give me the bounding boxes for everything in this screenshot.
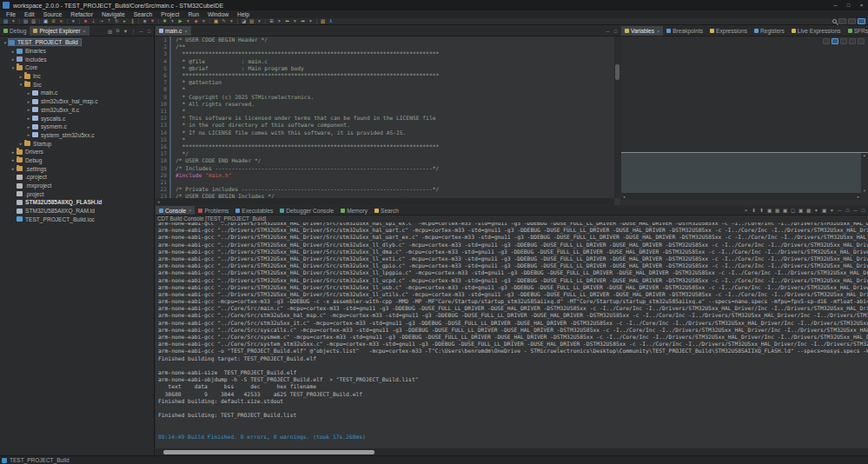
detail-pane-vertical-scrollbar[interactable]: ▴ ▾ [861, 153, 868, 193]
menu-project[interactable]: Project [156, 11, 183, 17]
back-dropdown-icon[interactable]: ▾ [291, 18, 299, 24]
menu-run[interactable]: Run [183, 11, 202, 17]
scroll-left-icon[interactable]: ◂ [623, 195, 625, 199]
menu-source[interactable]: Source [39, 11, 67, 17]
step-over-icon[interactable]: ⇢ [97, 18, 105, 24]
tree-item-test-project-build[interactable]: ▾TEST_PROJECT_Build [0, 38, 154, 47]
collapse-arrow-icon[interactable]: ▾ [10, 65, 17, 70]
minimize-view-icon[interactable]: ─ [605, 29, 611, 34]
expand-arrow-icon[interactable]: ▸ [25, 132, 32, 137]
expand-arrow-icon[interactable]: ▸ [25, 124, 32, 129]
back-icon[interactable]: ⬅ [283, 18, 291, 24]
info-icon[interactable]: ℹ [327, 18, 335, 24]
device-config-icon[interactable]: ▣ [212, 18, 220, 24]
new-wizard-icon[interactable]: ▤ [248, 18, 255, 24]
step-into-icon[interactable]: ⇣ [89, 18, 97, 24]
console-tool-icon[interactable]: ─ [837, 208, 843, 213]
explorer-tool-icon[interactable]: ▤ [107, 29, 113, 34]
console-tool-icon[interactable]: ▣ [782, 208, 788, 213]
tree-item-drivers[interactable]: ▸Drivers [0, 148, 154, 156]
save-dropdown-icon[interactable]: ▾ [10, 18, 17, 24]
console-tool-icon[interactable]: ▢ [790, 208, 796, 213]
console-tab-memory[interactable]: Memory [337, 206, 371, 215]
collapse-arrow-icon[interactable]: ▾ [2, 40, 9, 45]
debug-tab-variables[interactable]: Variables× [621, 26, 663, 36]
expand-arrow-icon[interactable]: ▸ [17, 74, 24, 79]
annotations-icon[interactable]: ⊞ [268, 18, 275, 24]
expand-arrow-icon[interactable]: ▸ [10, 157, 17, 162]
editor-horizontal-scrollbar[interactable]: ◂ [156, 198, 614, 205]
tree-item-project[interactable]: .project [0, 189, 154, 198]
tree-item-startup[interactable]: ▸Startup [0, 139, 154, 148]
variables-detail-pane[interactable] [621, 153, 861, 193]
menu-help[interactable]: Help [233, 11, 254, 17]
explorer-tab-debug[interactable]: Debug [0, 26, 30, 36]
tree-item-stm32u5xx-it-c[interactable]: ▸stm32u5xx_it.c [0, 106, 154, 115]
close-tab-icon[interactable]: × [657, 29, 659, 34]
explorer-tool-icon[interactable]: ▼ [123, 29, 129, 34]
tree-item-settings[interactable]: ▸.settings [0, 164, 154, 173]
save-all-icon[interactable]: ▤ [22, 18, 30, 24]
scroll-right-icon[interactable]: ▸ [858, 195, 859, 199]
tree-item-debug[interactable]: ▸Debug [0, 156, 154, 165]
console-tool-icon[interactable]: □ [860, 208, 866, 213]
maximize-view-icon[interactable]: □ [613, 29, 619, 34]
show-type-names-icon[interactable] [823, 38, 830, 44]
scroll-up-icon[interactable]: ▴ [864, 153, 865, 157]
maximize-button[interactable]: □ [842, 0, 855, 10]
nav-dropdown-icon[interactable]: ▾ [275, 18, 283, 24]
terminate-icon[interactable]: ■ [82, 18, 89, 24]
tab-main-c[interactable]: main.c × [156, 26, 191, 36]
minimize-button[interactable]: ─ [829, 0, 842, 10]
collapse-all-icon[interactable] [840, 38, 847, 44]
toggle-breakpoint-icon[interactable]: ● [70, 18, 77, 24]
debug-tab-breakpoints[interactable]: Breakpoints [663, 26, 706, 36]
console-tool-icon[interactable]: × [743, 208, 749, 213]
forward-icon[interactable]: ➡ [299, 18, 307, 24]
tree-item-inc[interactable]: ▸Inc [0, 72, 154, 81]
expand-arrow-icon[interactable]: ▸ [25, 90, 32, 96]
console-tool-icon[interactable]: ⬆ [759, 208, 765, 213]
tree-item-stm32u5xx-hal-msp-c[interactable]: ▸stm32u5xx_hal_msp.c [0, 97, 154, 106]
console-tool-icon[interactable]: ▾ [813, 208, 819, 213]
code-area[interactable]: 1234567891011121314151617181920212223 /*… [156, 36, 614, 198]
tree-item-cproject[interactable]: .cproject [0, 173, 154, 182]
tree-item-syscalls-c[interactable]: ▸syscalls.c [0, 114, 154, 123]
resume-icon[interactable]: ▸ [121, 18, 129, 24]
step-return-icon[interactable]: ⇡ [105, 18, 113, 24]
tree-item-sysmem-c[interactable]: ▸sysmem.c [0, 123, 154, 131]
explorer-tool-icon[interactable]: ⋮ [130, 29, 136, 34]
debug-tab-sfrs[interactable]: SFRs [845, 26, 868, 36]
menu-window[interactable]: Window [203, 11, 233, 17]
wizard-dropdown-icon[interactable]: ▾ [255, 18, 263, 24]
scroll-down-icon[interactable]: ▾ [864, 189, 865, 193]
tree-item-stm32u585aiixq-flash-ld[interactable]: STM32U585AIIXQ_FLASH.ld [0, 198, 154, 207]
console-tab-debugger-console[interactable]: Debugger Console [276, 206, 337, 215]
skip-all-breakpoints-icon[interactable]: ⊘ [50, 18, 57, 24]
console-tab-search[interactable]: Search [371, 206, 402, 215]
coverage-icon[interactable]: ▼ [149, 18, 156, 24]
console-tab-console[interactable]: Console× [156, 206, 195, 215]
forward-dropdown-icon[interactable]: ▾ [307, 18, 315, 24]
close-tab-icon[interactable]: × [184, 29, 187, 34]
profile-icon[interactable]: ◈ [141, 18, 149, 24]
explorer-tab-project-explorer[interactable]: Project Explorer× [30, 26, 89, 36]
console-tool-icon[interactable]: ▣ [766, 208, 772, 213]
debug-tab-live-expressions[interactable]: Live Expressions [788, 26, 845, 36]
console-scroll-thumb[interactable] [163, 450, 374, 454]
close-button[interactable]: × [855, 0, 868, 10]
print-icon[interactable]: ▥ [30, 18, 37, 24]
console-tool-icon[interactable]: ─ [852, 208, 858, 213]
run-dropdown-icon[interactable]: ▾ [184, 18, 192, 24]
close-tab-icon[interactable]: × [189, 208, 191, 213]
link-editor-icon[interactable]: ∞ [57, 18, 65, 24]
collapse-arrow-icon[interactable]: ▾ [17, 82, 24, 87]
tree-item-binaries[interactable]: ▸Binaries [0, 47, 154, 56]
console-tool-icon[interactable]: ▾ [829, 208, 835, 213]
expand-arrow-icon[interactable]: ▸ [25, 116, 32, 121]
debug-icon[interactable]: ✹ [161, 18, 169, 24]
explorer-tool-icon[interactable]: ─ [138, 29, 144, 34]
external-tools-icon[interactable]: ◆ [192, 18, 200, 24]
debug-dropdown-icon[interactable]: ▾ [169, 18, 176, 24]
tree-item-includes[interactable]: ▸Includes [0, 55, 154, 63]
